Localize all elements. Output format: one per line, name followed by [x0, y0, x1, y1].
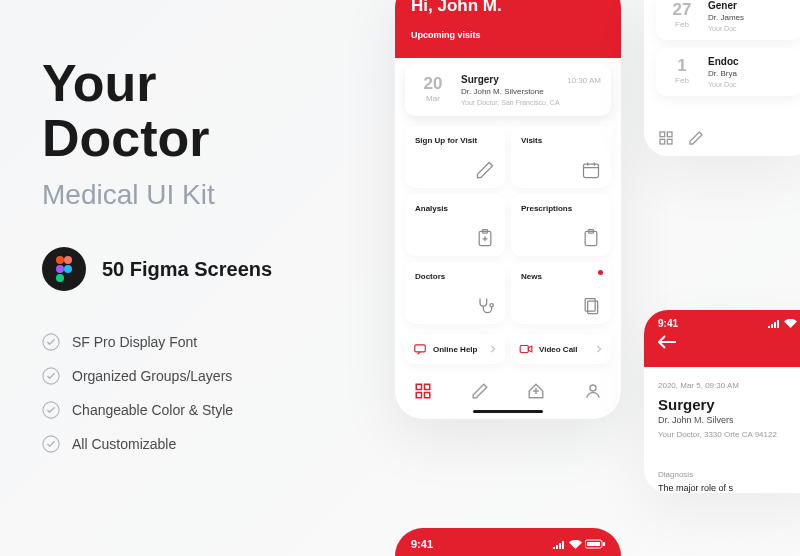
- tab-home[interactable]: [414, 382, 432, 400]
- phone-mockup-detail: 9:41 2020, Mar 5, 09:30 AM Surgery Dr. J…: [644, 310, 800, 493]
- svg-point-4: [56, 274, 64, 282]
- svg-rect-18: [520, 346, 528, 353]
- tile-prescriptions[interactable]: Prescriptions: [511, 194, 611, 256]
- feature-label: Changeable Color & Style: [72, 402, 233, 418]
- visit-doctor: Dr. John M. Silvers: [658, 415, 800, 425]
- subtitle: Medical UI Kit: [42, 179, 372, 211]
- svg-rect-21: [417, 393, 422, 398]
- list-item[interactable]: 1Feb EndocDr. BryaYour Doc: [656, 48, 800, 96]
- status-icons: [552, 539, 605, 549]
- visit-title: Surgery: [658, 396, 800, 413]
- svg-rect-17: [415, 345, 426, 352]
- chat-icon: [413, 342, 427, 356]
- svg-rect-33: [603, 542, 605, 546]
- phone-mockup-red-status: 9:41: [395, 528, 621, 556]
- phone-mockup-list: 27Feb GenerDr. JamesYour Doc 1Feb EndocD…: [644, 0, 800, 156]
- chevron-right-icon: [489, 345, 497, 353]
- tile-signup[interactable]: Sign Up for Visit: [405, 126, 505, 188]
- title-line-2: Doctor: [42, 111, 372, 166]
- svg-rect-19: [417, 384, 422, 389]
- tab-edit[interactable]: [688, 130, 704, 146]
- status-time: 9:41: [658, 318, 678, 329]
- calendar-icon: [581, 160, 601, 180]
- svg-point-1: [64, 256, 72, 264]
- visit-day: 20: [415, 74, 451, 94]
- diagnosis-text: The major role of s: [658, 483, 800, 493]
- status-icons: [767, 319, 800, 329]
- svg-point-23: [590, 385, 596, 391]
- svg-point-14: [490, 304, 493, 307]
- clipboard-plus-icon: [475, 228, 495, 248]
- svg-point-3: [64, 265, 72, 273]
- visit-card[interactable]: 20 Mar Surgery 10:30 AM Dr. John M. Silv…: [405, 64, 611, 116]
- greeting-text: Hi, John M.: [411, 0, 605, 16]
- visit-title: Surgery: [461, 74, 499, 85]
- svg-point-2: [56, 265, 64, 273]
- list-item[interactable]: 27Feb GenerDr. JamesYour Doc: [656, 0, 800, 40]
- feature-label: All Customizable: [72, 436, 176, 452]
- status-time: 9:41: [411, 538, 433, 550]
- svg-rect-26: [660, 139, 665, 144]
- back-arrow-icon[interactable]: [658, 335, 676, 349]
- video-call-button[interactable]: Video Call: [511, 334, 611, 364]
- svg-rect-25: [667, 132, 672, 137]
- tile-visits[interactable]: Visits: [511, 126, 611, 188]
- svg-rect-32: [587, 542, 600, 546]
- visit-location: Your Doctor, San Francisco, CA: [461, 99, 601, 106]
- svg-rect-20: [425, 384, 430, 389]
- home-indicator: [473, 410, 543, 413]
- tab-profile[interactable]: [584, 382, 602, 400]
- stethoscope-icon: [475, 296, 495, 316]
- svg-rect-24: [660, 132, 665, 137]
- visit-month: Mar: [415, 94, 451, 103]
- document-icon: [581, 296, 601, 316]
- notification-dot: [598, 270, 603, 275]
- tab-edit[interactable]: [471, 382, 489, 400]
- visit-time: 10:30 AM: [567, 76, 601, 85]
- svg-rect-9: [584, 164, 599, 177]
- pencil-icon: [475, 160, 495, 180]
- diagnosis-section-label: Diagnosis: [658, 470, 800, 479]
- check-icon: [42, 401, 60, 419]
- check-icon: [42, 333, 60, 351]
- tile-doctors[interactable]: Doctors: [405, 262, 505, 324]
- tab-add[interactable]: [527, 382, 545, 400]
- figma-icon: [42, 247, 86, 291]
- title-line-1: Your: [42, 56, 372, 111]
- clipboard-icon: [581, 228, 601, 248]
- visit-location: Your Doctor, 3330 Orte CA 94122: [658, 429, 800, 440]
- svg-rect-22: [425, 393, 430, 398]
- upcoming-visits-label: Upcoming visits: [411, 30, 605, 40]
- figma-screens-count: 50 Figma Screens: [102, 258, 272, 281]
- online-help-button[interactable]: Online Help: [405, 334, 505, 364]
- visit-doctor: Dr. John M. Silverstone: [461, 87, 601, 96]
- svg-point-0: [56, 256, 64, 264]
- phone-mockup-home: Hi, John M. Upcoming visits 20 Mar Surge…: [395, 0, 621, 419]
- visit-meta: 2020, Mar 5, 09:30 AM: [658, 381, 800, 390]
- chevron-right-icon: [595, 345, 603, 353]
- video-icon: [519, 342, 533, 356]
- tile-analysis[interactable]: Analysis: [405, 194, 505, 256]
- svg-rect-27: [667, 139, 672, 144]
- check-icon: [42, 435, 60, 453]
- check-icon: [42, 367, 60, 385]
- feature-label: SF Pro Display Font: [72, 334, 197, 350]
- tab-home[interactable]: [658, 130, 674, 146]
- feature-label: Organized Groups/Layers: [72, 368, 232, 384]
- tile-news[interactable]: News: [511, 262, 611, 324]
